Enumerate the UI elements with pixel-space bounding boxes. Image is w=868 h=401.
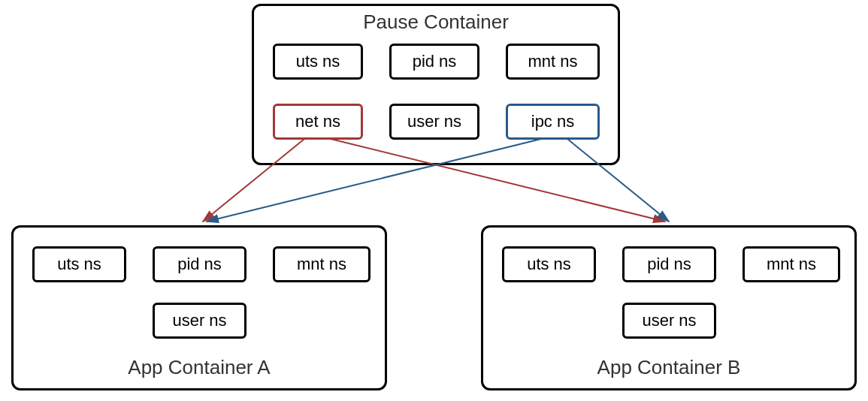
app-b-pid-ns: pid ns <box>622 246 716 282</box>
pause-ipc-ns: ipc ns <box>506 104 600 140</box>
app-a-uts-ns: uts ns <box>32 246 126 282</box>
app-a-pid-ns: pid ns <box>153 246 246 282</box>
app-container-a: uts ns pid ns mnt ns user ns App Contain… <box>11 225 387 390</box>
app-container-b: uts ns pid ns mnt ns user ns App Contain… <box>481 225 857 390</box>
pause-user-ns: user ns <box>389 104 479 140</box>
pause-container-title: Pause Container <box>254 11 618 34</box>
pause-mnt-ns: mnt ns <box>506 44 600 80</box>
app-container-a-title: App Container A <box>14 356 385 379</box>
pause-pid-ns: pid ns <box>389 44 479 80</box>
app-a-user-ns: user ns <box>153 303 246 339</box>
app-b-user-ns: user ns <box>622 303 716 339</box>
app-b-mnt-ns: mnt ns <box>742 246 840 282</box>
pause-uts-ns: uts ns <box>273 44 363 80</box>
app-container-b-title: App Container B <box>483 356 854 379</box>
pause-net-ns: net ns <box>273 104 363 140</box>
app-b-uts-ns: uts ns <box>502 246 596 282</box>
app-a-mnt-ns: mnt ns <box>273 246 370 282</box>
pause-container: Pause Container uts ns pid ns mnt ns net… <box>252 4 620 165</box>
